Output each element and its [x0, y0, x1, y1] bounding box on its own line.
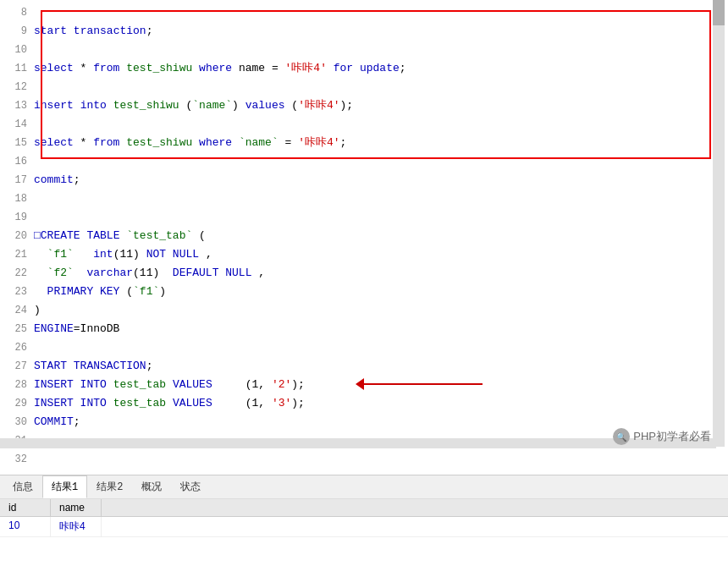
line-content: PRIMARY KEY (`f1`): [34, 283, 728, 301]
watermark: 🔍 PHP初学者必看: [613, 428, 711, 445]
table-row: 10 咔咔4: [0, 517, 728, 537]
line-number: 30: [0, 413, 34, 431]
line-number: 9: [0, 22, 34, 41]
code-line-28: 28 INSERT INTO test_tab VALUES (1, '2');: [0, 376, 728, 394]
line-number: 26: [0, 338, 34, 357]
line-content: commit;: [34, 171, 728, 190]
watermark-text: PHP初学者必看: [633, 429, 711, 444]
line-number: 17: [0, 171, 34, 190]
line-number: 10: [0, 41, 34, 59]
cell-id: 10: [0, 517, 51, 536]
line-number: 14: [0, 115, 34, 134]
line-content: select * from test_shiwu where name = '咔…: [34, 59, 728, 78]
code-line-13: 13 insert into test_shiwu (`name`) value…: [0, 96, 728, 115]
tab-bar: 信息 结果1 结果2 概况 状态: [0, 475, 728, 498]
code-line-27: 27 START TRANSACTION;: [0, 357, 728, 376]
code-line-16: 16: [0, 152, 728, 171]
results-header: id name: [0, 499, 728, 517]
code-line-10: 10: [0, 41, 728, 59]
code-line-25: 25 ENGINE=InnoDB: [0, 320, 728, 338]
code-line-17: 17 commit;: [0, 171, 728, 190]
horizontal-scrollbar[interactable]: [0, 438, 716, 448]
line-number: 29: [0, 394, 34, 413]
tab-overview[interactable]: 概况: [132, 475, 171, 498]
line-content: ): [34, 301, 728, 320]
code-line-12: 12: [0, 78, 728, 96]
line-number: 13: [0, 96, 34, 115]
line-content: INSERT INTO test_tab VALUES (1, '3');: [34, 394, 728, 413]
line-content: start transaction;: [34, 22, 728, 41]
line-number: 15: [0, 134, 34, 152]
line-content: START TRANSACTION;: [34, 357, 728, 376]
line-number: 22: [0, 264, 34, 283]
col-header-name: name: [51, 499, 102, 516]
line-content: select * from test_shiwu where `name` = …: [34, 134, 728, 152]
line-number: 24: [0, 301, 34, 320]
vertical-scrollbar[interactable]: [713, 0, 725, 447]
code-line-11: 11 select * from test_shiwu where name =…: [0, 59, 728, 78]
code-line-32: 32: [0, 450, 728, 469]
code-line-9: 9 start transaction;: [0, 22, 728, 41]
line-number: 18: [0, 190, 34, 208]
scroll-thumb[interactable]: [713, 0, 725, 25]
tab-results2[interactable]: 结果2: [87, 475, 132, 498]
line-content: `f1` int(11) NOT NULL ,: [34, 245, 728, 264]
code-line-18: 18: [0, 190, 728, 208]
line-number: 32: [0, 450, 34, 469]
line-number: 23: [0, 283, 34, 301]
line-content: □CREATE TABLE `test_tab` (: [34, 227, 728, 245]
code-line-19: 19: [0, 208, 728, 227]
line-number: 27: [0, 357, 34, 376]
code-line-8: 8: [0, 3, 728, 22]
line-number: 20: [0, 227, 34, 245]
code-line-20: 20 □CREATE TABLE `test_tab` (: [0, 227, 728, 245]
col-header-id: id: [0, 499, 51, 516]
arrow: [356, 378, 483, 390]
code-line-26: 26: [0, 338, 728, 357]
line-number: 8: [0, 3, 34, 22]
code-line-23: 23 PRIMARY KEY (`f1`): [0, 283, 728, 301]
line-number: 19: [0, 208, 34, 227]
watermark-icon: 🔍: [613, 428, 630, 445]
line-number: 28: [0, 376, 34, 394]
code-line-29: 29 INSERT INTO test_tab VALUES (1, '3');: [0, 394, 728, 413]
line-number: 21: [0, 245, 34, 264]
line-content: insert into test_shiwu (`name`) values (…: [34, 96, 728, 115]
code-line-24: 24 ): [0, 301, 728, 320]
cell-name: 咔咔4: [51, 517, 102, 536]
tab-status[interactable]: 状态: [171, 475, 210, 498]
code-line-15: 15 select * from test_shiwu where `name`…: [0, 134, 728, 152]
line-number: 25: [0, 320, 34, 338]
line-content: `f2` varchar(11) DEFAULT NULL ,: [34, 264, 728, 283]
code-line-22: 22 `f2` varchar(11) DEFAULT NULL ,: [0, 264, 728, 283]
results-table: id name 10 咔咔4: [0, 499, 728, 566]
code-line-14: 14: [0, 115, 728, 134]
code-line-21: 21 `f1` int(11) NOT NULL ,: [0, 245, 728, 264]
results-area: id name 10 咔咔4: [0, 498, 728, 566]
tab-results1[interactable]: 结果1: [42, 475, 87, 498]
code-editor[interactable]: 8 9 start transaction; 10 11 select * fr…: [0, 0, 728, 472]
line-number: 16: [0, 152, 34, 171]
line-number: 12: [0, 78, 34, 96]
tab-info[interactable]: 信息: [3, 475, 42, 498]
line-number: 11: [0, 59, 34, 78]
line-content: ENGINE=InnoDB: [34, 320, 728, 338]
